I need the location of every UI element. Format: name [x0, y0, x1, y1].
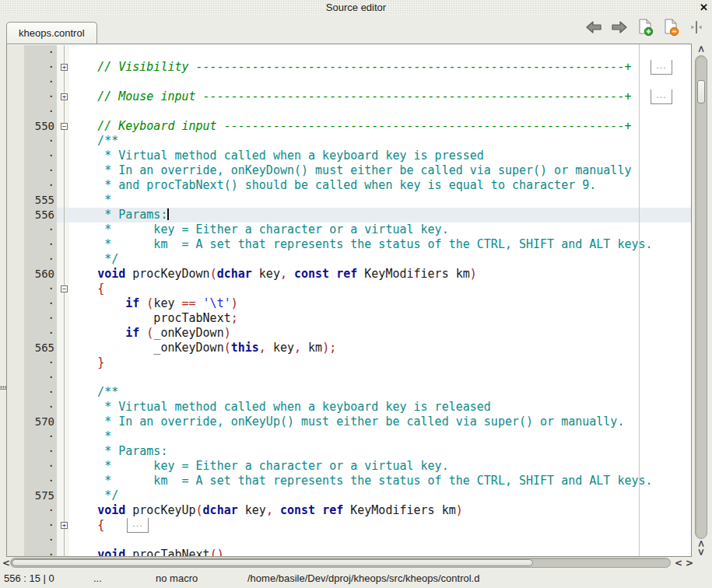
- code-line[interactable]: ·+ {...: [7, 518, 691, 533]
- code-line[interactable]: 560 void procKeyDown(dchar key, const re…: [7, 267, 691, 282]
- code-token: [69, 518, 97, 532]
- code-line[interactable]: · * key = Either a character or a virtua…: [7, 222, 691, 237]
- scroll-left-secondary-icon[interactable]: >: [675, 558, 682, 569]
- gutter-line-number: ·: [24, 370, 57, 385]
- code-token: key: [238, 503, 266, 517]
- gutter-strip: [7, 355, 24, 370]
- code-line-text: {: [69, 282, 691, 296]
- horizontal-scrollbar-track[interactable]: [10, 558, 671, 568]
- code-line[interactable]: 570 * In an override, onKeyUp() must eit…: [7, 415, 691, 429]
- code-line-text: /**: [69, 134, 691, 149]
- code-token: key: [266, 341, 294, 355]
- code-line[interactable]: · * key = Either a character or a virtua…: [7, 459, 691, 474]
- gutter-strip: [7, 385, 24, 400]
- code-line[interactable]: · * Virtual method called when a keyboar…: [7, 149, 691, 163]
- code-line[interactable]: · * Virtual method called when a keyboar…: [7, 400, 691, 415]
- fold-collapse-icon[interactable]: −: [61, 285, 68, 292]
- code-line-text: // Mouse input -------------------------…: [69, 89, 691, 104]
- code-line-text: * Virtual method called when a keyboard …: [69, 149, 691, 163]
- code-token: [69, 267, 97, 281]
- fold-gutter: [57, 75, 69, 89]
- code-line[interactable]: · }: [7, 355, 691, 370]
- code-line[interactable]: · * and procTabNext() should be called w…: [7, 178, 691, 193]
- code-token: [287, 267, 294, 281]
- code-line[interactable]: ·: [7, 75, 691, 89]
- code-token: ==: [182, 296, 196, 310]
- code-line[interactable]: 575 */: [7, 488, 691, 503]
- code-line[interactable]: 565 _onKeyDown(this, key, km);: [7, 341, 691, 355]
- code-line[interactable]: · */: [7, 252, 691, 267]
- code-token: ,: [294, 341, 301, 355]
- code-line[interactable]: · procTabNext;: [7, 311, 691, 326]
- gutter-line-number: ·: [24, 326, 57, 341]
- code-line[interactable]: · void procTabNext(): [7, 548, 691, 557]
- previous-editor-icon[interactable]: [584, 17, 603, 37]
- scroll-up-icon[interactable]: >: [697, 44, 705, 54]
- code-line[interactable]: ·: [7, 370, 691, 385]
- next-editor-icon[interactable]: [610, 17, 629, 37]
- folded-code-ellipsis[interactable]: ...: [651, 60, 672, 75]
- fold-expand-icon[interactable]: +: [61, 93, 68, 100]
- gutter-line-number: 575: [24, 488, 57, 503]
- fold-gutter: +: [57, 60, 69, 75]
- gutter-line-number: ·: [24, 178, 57, 193]
- code-line[interactable]: · /**: [7, 134, 691, 149]
- code-line[interactable]: ·: [7, 104, 691, 119]
- vertical-scrollbar-track[interactable]: [695, 55, 707, 539]
- code-token: // Visibility --------------------------…: [97, 60, 631, 74]
- fold-gutter: [57, 355, 69, 370]
- code-editor[interactable]: ··+ // Visibility ----------------------…: [6, 44, 692, 557]
- code-line[interactable]: ·+ // Mouse input ----------------------…: [7, 89, 691, 104]
- code-line[interactable]: · * km = A set that represents the statu…: [7, 474, 691, 488]
- code-token: [69, 89, 97, 103]
- window-titlebar[interactable]: Source editor ✕: [0, 0, 712, 15]
- vertical-scrollbar[interactable]: > > >: [693, 44, 710, 557]
- scroll-down-icon[interactable]: >: [697, 547, 705, 558]
- code-line-text: // Visibility --------------------------…: [69, 60, 691, 75]
- code-token: ref: [336, 267, 357, 281]
- code-line-text: * Params:: [69, 208, 691, 222]
- gutter-strip: [7, 252, 24, 267]
- tab-kheops-control[interactable]: kheops.control: [6, 22, 97, 44]
- window-title: Source editor: [0, 2, 712, 13]
- fold-expand-icon[interactable]: +: [61, 64, 68, 71]
- new-document-icon[interactable]: [636, 17, 654, 37]
- code-line[interactable]: ·: [7, 45, 691, 60]
- horizontal-scrollbar-thumb[interactable]: [12, 559, 533, 566]
- folded-code-ellipsis[interactable]: ...: [127, 518, 149, 533]
- code-line[interactable]: · * km = A set that represents the statu…: [7, 237, 691, 252]
- folded-code-ellipsis[interactable]: ...: [651, 89, 672, 104]
- fold-gutter: [57, 267, 69, 282]
- code-line[interactable]: · if (key == '\t'): [7, 296, 691, 311]
- code-line[interactable]: 550− // Keyboard input -----------------…: [7, 119, 691, 134]
- code-line-text: *: [69, 429, 691, 444]
- code-line[interactable]: ·: [7, 533, 691, 548]
- close-document-icon[interactable]: [661, 17, 680, 37]
- code-line[interactable]: ·+ // Visibility -----------------------…: [7, 60, 691, 75]
- scroll-left-icon[interactable]: >: [2, 558, 10, 569]
- code-line[interactable]: 556 * Params:: [7, 208, 691, 222]
- gutter-line-number: ·: [24, 134, 57, 149]
- split-editor-icon[interactable]: [687, 17, 706, 37]
- vertical-scrollbar-thumb[interactable]: [697, 80, 705, 103]
- code-line[interactable]: · /**: [7, 385, 691, 400]
- code-line[interactable]: ·− {: [7, 282, 691, 296]
- close-icon[interactable]: ✕: [700, 1, 708, 14]
- fold-gutter: [57, 326, 69, 341]
- code-line[interactable]: · *: [7, 429, 691, 444]
- scroll-right-icon[interactable]: >: [686, 558, 693, 569]
- code-line-text: procTabNext;: [69, 311, 691, 326]
- fold-expand-icon[interactable]: +: [61, 522, 68, 529]
- code-token: [69, 326, 125, 340]
- code-token: * Params:: [69, 444, 167, 458]
- code-line[interactable]: · * In an override, onKeyDown() must eit…: [7, 163, 691, 178]
- code-line[interactable]: · void procKeyUp(dchar key, const ref Ke…: [7, 503, 691, 518]
- gutter-line-number: ·: [24, 385, 57, 400]
- code-line[interactable]: · if (_onKeyDown): [7, 326, 691, 341]
- code-line[interactable]: 555 *: [7, 193, 691, 208]
- fold-collapse-icon[interactable]: −: [61, 123, 68, 130]
- pane-splitter-grip[interactable]: [0, 386, 7, 390]
- code-line-text: [69, 104, 691, 119]
- horizontal-scrollbar[interactable]: > > >: [0, 557, 700, 569]
- code-line[interactable]: · * Params:: [7, 444, 691, 459]
